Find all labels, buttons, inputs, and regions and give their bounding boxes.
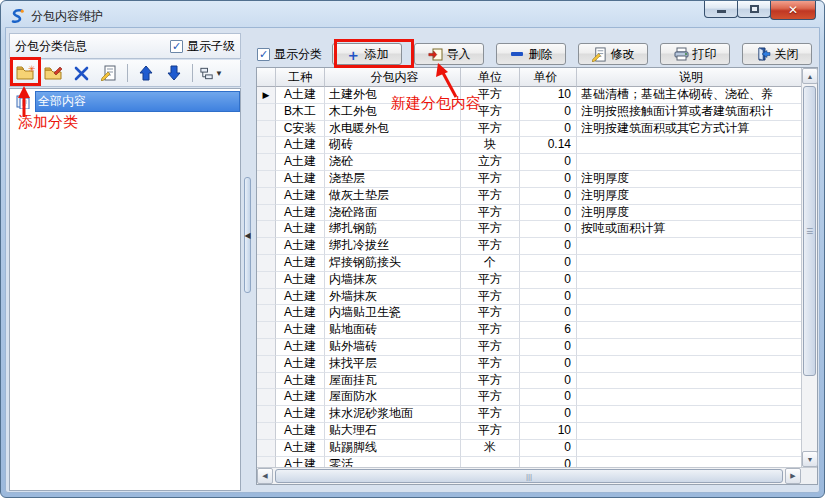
maximize-button[interactable] xyxy=(737,1,771,18)
table-row[interactable]: A土建 外墙抹灰 平方 0 xyxy=(257,289,801,306)
print-button[interactable]: 打印 xyxy=(660,43,730,65)
table-row[interactable]: B木工 木工外包 平方 0 注明按照接触面计算或者建筑面积计 xyxy=(257,104,801,121)
cell-note xyxy=(577,255,801,272)
cell-trade: A土建 xyxy=(276,305,325,322)
cell-price: 0 xyxy=(520,121,577,138)
cell-price: 6 xyxy=(520,322,577,339)
table-row[interactable]: A土建 贴外墙砖 平方 0 xyxy=(257,339,801,356)
cell-unit: 平方 xyxy=(461,221,520,238)
close-dialog-button[interactable]: 关闭 xyxy=(742,43,812,65)
row-selector-cell xyxy=(257,457,276,467)
close-button[interactable]: ✕ xyxy=(770,1,816,20)
toolbar-separator xyxy=(127,64,128,82)
cell-note xyxy=(577,423,801,440)
table-row[interactable]: A土建 砌砖 块 0.14 xyxy=(257,137,801,154)
delete-category-button[interactable] xyxy=(69,63,93,84)
table-row[interactable]: A土建 绑扎钢筋 平方 0 按吨或面积计算 xyxy=(257,221,801,238)
cell-content: 贴大理石 xyxy=(325,423,461,440)
cell-price: 0 xyxy=(520,457,577,467)
column-header-note[interactable]: 说明 xyxy=(577,68,801,87)
vertical-scroll-thumb[interactable]: ☰ xyxy=(803,86,816,376)
row-selector-cell xyxy=(257,440,276,457)
horizontal-scrollbar[interactable]: ◀ ||| ▶ xyxy=(257,467,817,484)
show-sublevel-checkbox[interactable]: ✓ 显示子级 xyxy=(170,38,235,55)
table-row[interactable]: A土建 浇垫层 平方 0 注明厚度 xyxy=(257,171,801,188)
table-row[interactable]: A土建 内墙抹灰 平方 0 xyxy=(257,272,801,289)
table-row[interactable]: A土建 贴地面砖 平方 6 xyxy=(257,322,801,339)
cell-content: 内墙抹灰 xyxy=(325,272,461,289)
cell-note xyxy=(577,339,801,356)
tree-item-label: 全部内容 xyxy=(35,91,240,112)
window-title: 分包内容维护 xyxy=(31,8,103,25)
scroll-left-icon[interactable]: ◀ xyxy=(257,468,273,484)
cell-price: 0 xyxy=(520,104,577,121)
table-row[interactable]: A土建 焊接钢筋接头 个 0 xyxy=(257,255,801,272)
table-row[interactable]: A土建 屋面挂瓦 平方 0 xyxy=(257,373,801,390)
delete-button[interactable]: 删除 xyxy=(496,43,566,65)
cell-content: 做灰土垫层 xyxy=(325,188,461,205)
table-row[interactable]: A土建 抹找平层 平方 0 xyxy=(257,356,801,373)
cell-content: 贴踢脚线 xyxy=(325,440,461,457)
cell-trade: C安装 xyxy=(276,121,325,138)
window-controls: ✕ xyxy=(705,1,816,20)
row-selector-cell xyxy=(257,289,276,306)
table-row[interactable]: A土建 绑扎冷拔丝 平方 0 xyxy=(257,238,801,255)
horizontal-scroll-thumb[interactable]: ||| xyxy=(275,469,783,483)
rename-category-button[interactable] xyxy=(97,63,121,84)
vertical-scrollbar[interactable]: ▲ ☰ ▼ xyxy=(801,68,817,467)
move-up-icon xyxy=(139,65,153,81)
table-row[interactable]: C安装 水电暖外包 平方 0 注明按建筑面积或其它方式计算 xyxy=(257,121,801,138)
view-layout-button[interactable]: ▼ xyxy=(199,63,223,84)
row-selector-cell xyxy=(257,339,276,356)
cell-note xyxy=(577,373,801,390)
edit-folder-icon xyxy=(44,65,63,81)
annotation-box-add-button xyxy=(334,39,414,68)
cell-note: 注明厚度 xyxy=(577,205,801,222)
cell-content: 绑扎钢筋 xyxy=(325,221,461,238)
cell-price: 0 xyxy=(520,238,577,255)
cell-price: 0.14 xyxy=(520,137,577,154)
collapse-left-icon: ◀ xyxy=(244,231,250,240)
cell-trade: A土建 xyxy=(276,238,325,255)
column-header-unit[interactable]: 单位 xyxy=(461,68,520,87)
edit-category-button[interactable] xyxy=(41,63,65,84)
show-category-checkbox[interactable]: ✓ 显示分类 xyxy=(257,46,322,63)
table-row[interactable]: A土建 贴踢脚线 米 0 xyxy=(257,440,801,457)
scroll-up-icon[interactable]: ▲ xyxy=(802,68,818,84)
panel-splitter[interactable]: ◀ xyxy=(244,177,251,293)
delete-button-label: 删除 xyxy=(529,46,553,63)
cell-unit xyxy=(461,457,520,467)
row-selector-cell xyxy=(257,272,276,289)
move-down-button[interactable] xyxy=(162,63,186,84)
cell-unit: 平方 xyxy=(461,322,520,339)
cell-price: 0 xyxy=(520,255,577,272)
cell-trade: A土建 xyxy=(276,406,325,423)
scroll-down-icon[interactable]: ▼ xyxy=(802,451,818,467)
column-header-price[interactable]: 单价 xyxy=(520,68,577,87)
move-up-button[interactable] xyxy=(134,63,158,84)
row-selector-cell xyxy=(257,188,276,205)
minimize-button[interactable] xyxy=(704,1,738,18)
row-selector-cell xyxy=(257,121,276,138)
table-row[interactable]: A土建 做灰土垫层 平方 0 注明厚度 xyxy=(257,188,801,205)
cell-note xyxy=(577,272,801,289)
checkbox-checked-icon: ✓ xyxy=(170,40,183,53)
cell-price: 0 xyxy=(520,373,577,390)
table-row[interactable]: A土建 屋面防水 平方 0 xyxy=(257,389,801,406)
table-row[interactable]: A土建 浇砼路面 平方 0 注明厚度 xyxy=(257,205,801,222)
table-body: ▶ A土建 土建外包 平方 10 基础清槽；基础主体砌砖、浇砼、养 B木工 木工… xyxy=(257,87,801,467)
column-header-trade[interactable]: 工种 xyxy=(276,68,325,87)
table-row[interactable]: A土建 零活 0 xyxy=(257,457,801,467)
table-row[interactable]: A土建 内墙贴卫生瓷 平方 0 xyxy=(257,305,801,322)
cell-content: 水电暖外包 xyxy=(325,121,461,138)
tree-item-all-content[interactable]: 全部内容 xyxy=(10,92,240,111)
maximize-icon xyxy=(750,5,759,13)
cell-unit: 平方 xyxy=(461,423,520,440)
table-row[interactable]: A土建 贴大理石 平方 10 xyxy=(257,423,801,440)
table-row[interactable]: A土建 抹水泥砂浆地面 平方 0 xyxy=(257,406,801,423)
table-row[interactable]: ▶ A土建 土建外包 平方 10 基础清槽；基础主体砌砖、浇砼、养 xyxy=(257,87,801,104)
modify-button[interactable]: 修改 xyxy=(578,43,648,65)
row-selector-header xyxy=(257,68,276,87)
scroll-right-icon[interactable]: ▶ xyxy=(785,468,801,484)
table-row[interactable]: A土建 浇砼 立方 0 xyxy=(257,154,801,171)
